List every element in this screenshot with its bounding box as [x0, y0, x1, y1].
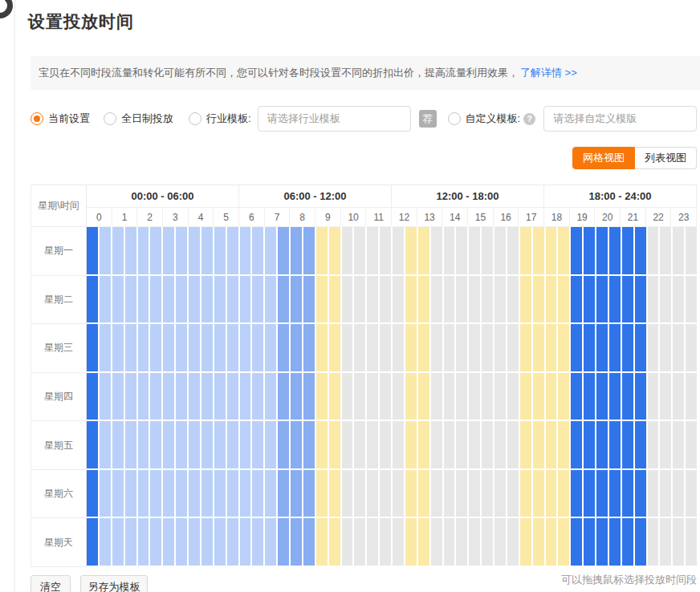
- schedule-cell[interactable]: [507, 421, 519, 468]
- schedule-cell[interactable]: [635, 470, 646, 517]
- schedule-cell[interactable]: [444, 227, 455, 274]
- radio-circle[interactable]: [189, 112, 201, 125]
- schedule-cell[interactable]: [393, 276, 404, 323]
- schedule-cell[interactable]: [660, 421, 671, 468]
- schedule-cell[interactable]: [100, 421, 111, 468]
- schedule-cell[interactable]: [100, 470, 111, 517]
- schedule-cell[interactable]: [533, 421, 544, 468]
- schedule-cell[interactable]: [125, 518, 136, 566]
- schedule-cell[interactable]: [596, 227, 608, 274]
- schedule-cell[interactable]: [176, 276, 187, 323]
- schedule-cell[interactable]: [469, 227, 480, 274]
- schedule-cell[interactable]: [635, 518, 646, 566]
- radio-circle-checked[interactable]: [31, 112, 43, 125]
- schedule-cell[interactable]: [609, 276, 621, 323]
- schedule-cell[interactable]: [138, 324, 149, 371]
- schedule-cell[interactable]: [648, 276, 659, 323]
- schedule-cell[interactable]: [456, 518, 467, 566]
- schedule-cell[interactable]: [507, 276, 519, 323]
- schedule-cell[interactable]: [201, 421, 213, 468]
- schedule-cell[interactable]: [87, 518, 98, 566]
- schedule-cell[interactable]: [520, 373, 531, 420]
- schedule-cell[interactable]: [456, 373, 467, 420]
- schedule-cell[interactable]: [87, 324, 98, 371]
- schedule-cell[interactable]: [546, 227, 557, 274]
- schedule-cell[interactable]: [138, 276, 149, 323]
- schedule-cell[interactable]: [240, 227, 251, 274]
- schedule-cell[interactable]: [303, 276, 315, 323]
- schedule-cell[interactable]: [291, 518, 302, 566]
- schedule-cell[interactable]: [265, 518, 276, 566]
- schedule-cell[interactable]: [189, 518, 200, 566]
- schedule-cell[interactable]: [252, 518, 263, 566]
- schedule-cell[interactable]: [507, 470, 519, 517]
- schedule-cell[interactable]: [558, 324, 569, 371]
- schedule-cell[interactable]: [609, 518, 621, 566]
- schedule-cell[interactable]: [673, 373, 684, 420]
- schedule-cell[interactable]: [673, 276, 684, 323]
- schedule-cell[interactable]: [520, 421, 531, 468]
- schedule-cell[interactable]: [303, 373, 315, 420]
- schedule-cell[interactable]: [609, 470, 621, 517]
- schedule-cell[interactable]: [494, 227, 506, 274]
- schedule-cell[interactable]: [265, 470, 276, 517]
- schedule-cell[interactable]: [648, 324, 659, 371]
- schedule-cell[interactable]: [393, 227, 404, 274]
- schedule-cell[interactable]: [520, 324, 531, 371]
- schedule-cell[interactable]: [648, 227, 659, 274]
- schedule-cell[interactable]: [329, 324, 340, 371]
- schedule-cell[interactable]: [533, 518, 544, 566]
- schedule-cell[interactable]: [342, 276, 353, 323]
- schedule-cell[interactable]: [100, 227, 111, 274]
- schedule-cell[interactable]: [240, 276, 251, 323]
- schedule-cell[interactable]: [507, 373, 519, 420]
- schedule-cell[interactable]: [660, 470, 671, 517]
- schedule-cell[interactable]: [635, 421, 646, 468]
- schedule-cell[interactable]: [291, 373, 302, 420]
- schedule-cell[interactable]: [380, 227, 391, 274]
- schedule-cell[interactable]: [469, 421, 480, 468]
- schedule-cell[interactable]: [342, 518, 353, 566]
- schedule-cell[interactable]: [227, 276, 238, 323]
- schedule-cell[interactable]: [227, 518, 238, 566]
- schedule-cell[interactable]: [227, 324, 238, 371]
- industry-template-select[interactable]: 请选择行业模板: [258, 106, 411, 132]
- schedule-cell[interactable]: [240, 324, 251, 371]
- schedule-cell[interactable]: [278, 227, 289, 274]
- schedule-cell[interactable]: [380, 324, 391, 371]
- schedule-cell[interactable]: [112, 227, 124, 274]
- schedule-cell[interactable]: [201, 373, 213, 420]
- schedule-cell[interactable]: [418, 421, 429, 468]
- schedule-cell[interactable]: [393, 324, 404, 371]
- schedule-cell[interactable]: [291, 324, 302, 371]
- schedule-cell[interactable]: [405, 518, 417, 566]
- schedule-cell[interactable]: [431, 518, 442, 566]
- schedule-cell[interactable]: [176, 373, 187, 420]
- schedule-cell[interactable]: [558, 470, 569, 517]
- schedule-cell[interactable]: [316, 276, 328, 323]
- schedule-cell[interactable]: [303, 470, 315, 517]
- schedule-cell[interactable]: [596, 470, 608, 517]
- schedule-cell[interactable]: [482, 518, 493, 566]
- schedule-cell[interactable]: [405, 276, 417, 323]
- schedule-cell[interactable]: [584, 518, 595, 566]
- schedule-cell[interactable]: [444, 518, 455, 566]
- schedule-cell[interactable]: [418, 373, 429, 420]
- schedule-cell[interactable]: [686, 470, 697, 517]
- schedule-cell[interactable]: [201, 276, 213, 323]
- schedule-cell[interactable]: [125, 276, 136, 323]
- help-icon[interactable]: ?: [523, 113, 535, 125]
- schedule-cell[interactable]: [87, 470, 98, 517]
- schedule-cell[interactable]: [367, 373, 378, 420]
- schedule-cell[interactable]: [214, 373, 226, 420]
- schedule-cell[interactable]: [596, 276, 608, 323]
- schedule-cell[interactable]: [342, 373, 353, 420]
- schedule-cell[interactable]: [469, 373, 480, 420]
- schedule-cell[interactable]: [189, 324, 200, 371]
- schedule-cell[interactable]: [240, 421, 251, 468]
- schedule-cell[interactable]: [469, 324, 480, 371]
- schedule-cell[interactable]: [163, 470, 174, 517]
- schedule-cell[interactable]: [648, 470, 659, 517]
- schedule-cell[interactable]: [125, 373, 136, 420]
- schedule-cell[interactable]: [163, 421, 174, 468]
